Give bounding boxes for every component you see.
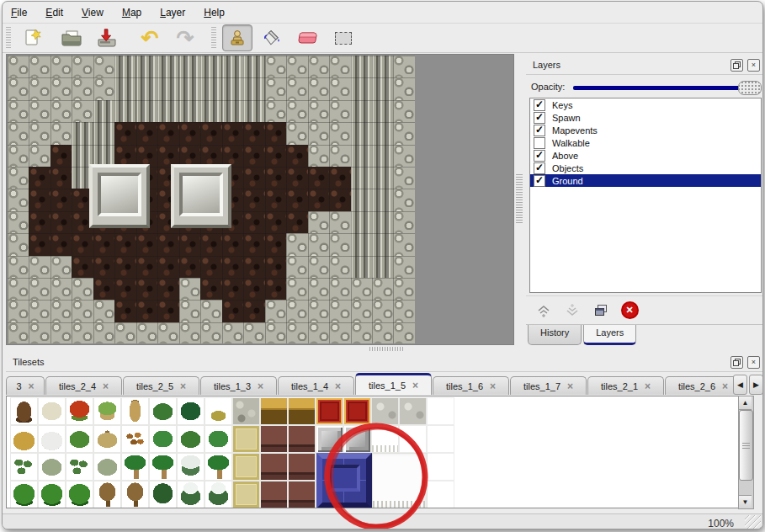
- map-tile[interactable]: [29, 278, 50, 300]
- map-tile[interactable]: [200, 322, 221, 343]
- map-tile[interactable]: [372, 278, 393, 300]
- map-tile[interactable]: [114, 122, 135, 144]
- map-tile[interactable]: [29, 77, 50, 99]
- map-tile[interactable]: [351, 122, 372, 144]
- map-tile[interactable]: [393, 233, 414, 255]
- map-tile[interactable]: [286, 56, 307, 77]
- menu-file[interactable]: File: [11, 7, 27, 19]
- map-tile[interactable]: [157, 256, 178, 278]
- close-tab-icon[interactable]: ×: [103, 381, 109, 391]
- new-file-button[interactable]: [17, 24, 47, 51]
- map-tile[interactable]: [308, 256, 329, 278]
- map-tile[interactable]: [136, 77, 157, 99]
- map-tile[interactable]: [179, 145, 200, 167]
- layer-visibility-checkbox[interactable]: ✓: [534, 162, 545, 174]
- map-tile[interactable]: [50, 145, 72, 167]
- map-tile[interactable]: [372, 145, 393, 167]
- tileset-cell-graystone[interactable]: [371, 397, 399, 425]
- map-tile[interactable]: [308, 233, 329, 255]
- map-tile[interactable]: [29, 233, 50, 255]
- map-tile[interactable]: [8, 167, 29, 189]
- map-tile[interactable]: [308, 56, 329, 77]
- map-tile[interactable]: [351, 145, 372, 167]
- map-tile[interactable]: [351, 322, 372, 343]
- layer-row-above[interactable]: ✓ Above: [530, 149, 761, 162]
- map-tile[interactable]: [286, 122, 307, 144]
- map-tile[interactable]: [93, 300, 114, 322]
- map-tile[interactable]: [8, 300, 29, 322]
- layer-visibility-checkbox[interactable]: [534, 137, 545, 149]
- map-tile[interactable]: [8, 322, 29, 343]
- map-canvas-area[interactable]: [6, 54, 514, 345]
- map-tile[interactable]: [50, 122, 72, 144]
- map-tile[interactable]: [200, 233, 221, 255]
- map-tile[interactable]: [329, 189, 350, 210]
- map-tile[interactable]: [393, 211, 414, 233]
- map-tile[interactable]: [114, 145, 135, 167]
- map-tile[interactable]: [114, 300, 135, 322]
- tileset-tab-tiles_1_5[interactable]: tiles_1_5×: [355, 373, 432, 395]
- map-tile[interactable]: [393, 100, 414, 122]
- map-tile[interactable]: [393, 77, 414, 99]
- map-tile[interactable]: [200, 145, 221, 167]
- map-tile[interactable]: [157, 122, 178, 144]
- map-tile[interactable]: [222, 100, 243, 122]
- map-tile[interactable]: [329, 278, 350, 300]
- map-tile[interactable]: [72, 56, 93, 77]
- map-tile[interactable]: [286, 189, 307, 210]
- tileset-cell-palm[interactable]: [149, 453, 177, 481]
- map-tile[interactable]: [50, 167, 72, 189]
- map-tile[interactable]: [72, 77, 93, 99]
- map-tile[interactable]: [265, 167, 286, 189]
- tileset-scrollbar[interactable]: ▲ ▼: [738, 396, 754, 509]
- map-tile[interactable]: [243, 100, 264, 122]
- map-tile[interactable]: [72, 256, 93, 278]
- map-tile[interactable]: [93, 56, 114, 77]
- tileset-cell-sprigs[interactable]: [10, 453, 38, 481]
- map-tile[interactable]: [308, 77, 329, 99]
- layer-row-mapevents[interactable]: ✓ Mapevents: [530, 124, 761, 136]
- map-tile[interactable]: [93, 322, 114, 343]
- resize-grip[interactable]: [745, 515, 761, 529]
- tileset-cell-gold[interactable]: [288, 397, 316, 425]
- map-tile[interactable]: [72, 233, 93, 255]
- eraser-tool-button[interactable]: [293, 24, 323, 51]
- menu-view[interactable]: View: [82, 7, 104, 19]
- map-tile[interactable]: [157, 145, 178, 167]
- map-tile[interactable]: [243, 211, 264, 233]
- map-tile[interactable]: [243, 256, 264, 278]
- map-tile[interactable]: [372, 189, 393, 210]
- map-tile[interactable]: [351, 77, 372, 99]
- tileset-tab-tiles_1_3[interactable]: tiles_1_3×: [200, 376, 277, 395]
- float-tilesets-button[interactable]: [730, 356, 743, 369]
- tileset-cell-maroon[interactable]: [288, 481, 316, 508]
- map-tile[interactable]: [114, 77, 135, 99]
- opacity-slider-handle[interactable]: [738, 81, 762, 95]
- tileset-tab-tiles_1_4[interactable]: tiles_1_4×: [278, 376, 354, 395]
- tileset-cell-white[interactable]: [427, 481, 454, 508]
- dock-tab-history[interactable]: History: [528, 325, 582, 345]
- map-tile[interactable]: [200, 56, 221, 77]
- map-tile[interactable]: [50, 189, 72, 210]
- map-tile[interactable]: [136, 122, 157, 144]
- map-tile[interactable]: [372, 300, 393, 322]
- map-tile[interactable]: [179, 233, 200, 255]
- tileset-cell-pine-snow[interactable]: [177, 481, 205, 508]
- map-tile[interactable]: [308, 189, 329, 210]
- scroll-tabs-left-button[interactable]: ◀: [733, 375, 747, 395]
- map-tile[interactable]: [243, 322, 264, 343]
- map-tile[interactable]: [308, 122, 329, 144]
- map-tile[interactable]: [393, 256, 414, 278]
- map-tile[interactable]: [200, 122, 221, 144]
- map-tile[interactable]: [372, 77, 393, 99]
- tileset-cell-bush-green[interactable]: [38, 481, 66, 508]
- map-tile[interactable]: [329, 100, 350, 122]
- scrollbar-thumb[interactable]: [739, 410, 753, 481]
- map-tile[interactable]: [372, 100, 393, 122]
- float-panel-button[interactable]: [730, 59, 743, 72]
- dock-splitter-horizontal[interactable]: [369, 347, 405, 351]
- close-tab-icon[interactable]: ×: [180, 381, 186, 391]
- tileset-cell-bush-pale[interactable]: [93, 453, 121, 481]
- layer-row-walkable[interactable]: Walkable: [530, 136, 761, 149]
- tileset-cell-palm[interactable]: [121, 453, 149, 481]
